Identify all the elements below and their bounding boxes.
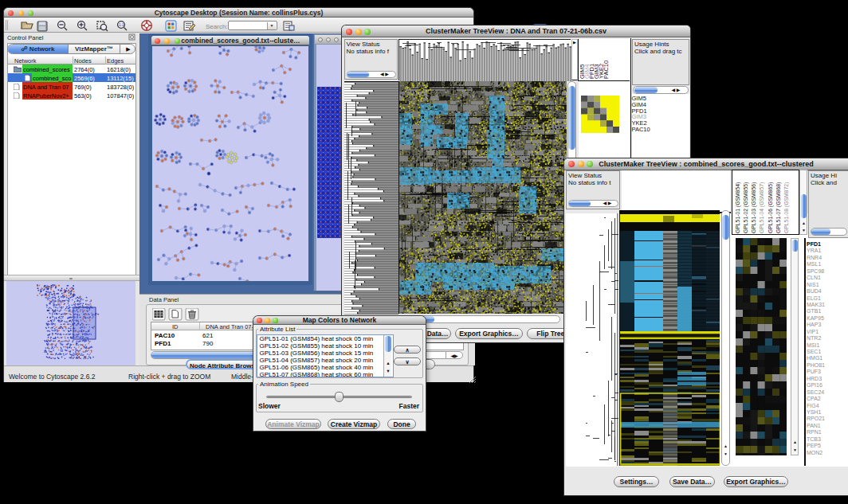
svg-text:1:1: 1:1 bbox=[119, 23, 124, 27]
